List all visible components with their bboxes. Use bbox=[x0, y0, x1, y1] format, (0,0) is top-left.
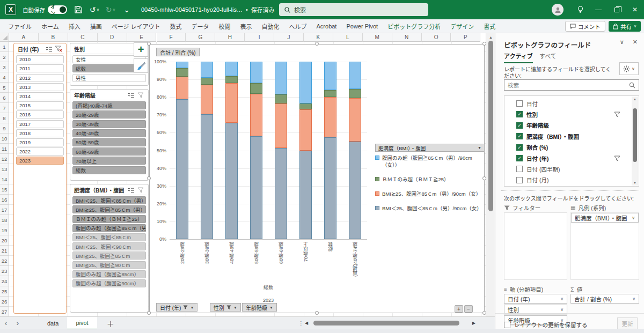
slicer-bmi-waist[interactable]: 肥満度（BMI）・腹囲 BMI＜25、腹囲＜85ｃm（男）…BMI≧25、腹囲≧… bbox=[70, 184, 149, 313]
close-button[interactable]: ✕ bbox=[626, 0, 644, 19]
bar-segment[interactable] bbox=[299, 62, 312, 103]
bar-segment[interactable] bbox=[225, 62, 238, 76]
selection-handle[interactable] bbox=[315, 42, 319, 46]
scroll-up-icon[interactable]: ▲ bbox=[486, 33, 495, 41]
selection-handle[interactable] bbox=[315, 311, 319, 315]
value-field-button[interactable]: 合計 / 割合 (%) bbox=[156, 48, 200, 56]
bar-segment[interactable] bbox=[176, 62, 188, 68]
row-header-8[interactable]: 8 bbox=[0, 113, 9, 123]
bar-segment[interactable] bbox=[275, 94, 287, 103]
multiselect-icon[interactable] bbox=[45, 45, 53, 53]
field-checkbox[interactable]: ✓ bbox=[516, 144, 523, 151]
ribbon-tab-5[interactable]: 数式 bbox=[165, 19, 187, 33]
bar-segment[interactable] bbox=[324, 137, 336, 239]
slicer-item[interactable]: 男性 bbox=[72, 74, 146, 82]
bar-segment[interactable] bbox=[201, 78, 213, 85]
quick-access-menu-icon[interactable]: ⌄ bbox=[122, 5, 131, 14]
row-header-17[interactable]: 17 bbox=[0, 205, 9, 215]
slicer-item[interactable]: 2017 bbox=[16, 120, 64, 128]
pane-chevron-icon[interactable]: ∨ bbox=[620, 39, 624, 46]
legend-field-button[interactable]: 肥満度（BMI）・腹囲▼ bbox=[375, 144, 485, 152]
column-header-F[interactable]: F bbox=[157, 33, 186, 42]
ribbon-tab-10[interactable]: ヘルプ bbox=[284, 19, 312, 33]
column-header-D[interactable]: D bbox=[98, 33, 127, 42]
row-header-3[interactable]: 3 bbox=[0, 62, 9, 72]
slicer-item[interactable]: 2018 bbox=[16, 129, 64, 137]
slicer-item[interactable]: 70歳以上 bbox=[72, 157, 146, 165]
axis-field-button-0[interactable]: 日付 (年)▼ bbox=[156, 303, 197, 312]
bar-segment[interactable] bbox=[250, 136, 262, 239]
row-header-12[interactable]: 12 bbox=[0, 154, 9, 164]
pivot-chart[interactable]: 合計 / 割合 (%) 肥満度（BMI）・腹囲▼ 腹囲のみ超（腹囲≧85ｃm（男… bbox=[149, 44, 485, 313]
ribbon-contextual-tab-0[interactable]: ピボットグラフ分析 bbox=[383, 19, 445, 33]
bar-segment[interactable] bbox=[349, 142, 361, 239]
column-header-G[interactable]: G bbox=[186, 33, 215, 42]
slicer-item[interactable]: BMI≧25、腹囲≧85ｃm bbox=[72, 251, 146, 260]
filter-icon[interactable] bbox=[614, 156, 620, 161]
ribbon-contextual-tab-1[interactable]: デザイン bbox=[445, 19, 479, 33]
field-checkbox[interactable]: ✓ bbox=[516, 111, 523, 117]
chart-style-brush-button[interactable] bbox=[134, 58, 148, 73]
field-checkbox[interactable]: ✓ bbox=[516, 122, 523, 129]
drill-down-button[interactable]: + bbox=[455, 305, 463, 313]
bar-segment[interactable] bbox=[250, 62, 262, 83]
search-input[interactable]: 検索 bbox=[279, 3, 428, 16]
drill-up-button[interactable]: − bbox=[464, 305, 473, 313]
column-header-M[interactable]: M bbox=[363, 33, 392, 42]
defer-layout-checkbox[interactable] bbox=[504, 322, 510, 328]
ribbon-tab-0[interactable]: ファイル bbox=[3, 19, 36, 33]
bar-segment[interactable] bbox=[275, 103, 287, 148]
row-header-25[interactable]: 25 bbox=[0, 286, 9, 297]
selection-handle[interactable] bbox=[482, 311, 486, 315]
bar-segment[interactable] bbox=[324, 62, 336, 90]
selection-handle[interactable] bbox=[482, 176, 486, 180]
filter-icon[interactable] bbox=[614, 112, 620, 117]
field-checkbox[interactable] bbox=[516, 177, 523, 183]
select-all-corner[interactable] bbox=[0, 33, 9, 42]
add-sheet-button[interactable]: ＋ bbox=[107, 318, 114, 329]
bar-segment[interactable] bbox=[299, 109, 312, 150]
legend-item[interactable]: BMI＜25、腹囲＜85ｃm（男）/90cm（女） bbox=[375, 205, 486, 212]
slicer-item[interactable]: 2023 bbox=[16, 157, 64, 165]
row-header-4[interactable]: 4 bbox=[0, 72, 9, 83]
slicer-item[interactable]: 腹囲のみ超（腹囲≧90cm） bbox=[72, 279, 146, 287]
pane-close-icon[interactable]: ✕ bbox=[633, 39, 638, 46]
minimize-button[interactable]: — bbox=[589, 0, 608, 19]
row-header-19[interactable]: 19 bbox=[0, 225, 9, 235]
area-pill[interactable]: 肥満度（BMI）・腹囲∨ bbox=[571, 213, 639, 223]
selection-handle[interactable] bbox=[147, 176, 151, 180]
row-header-23[interactable]: 23 bbox=[0, 266, 9, 276]
slicer-item[interactable]: 2022 bbox=[16, 147, 64, 156]
bar-40歳-49歳[interactable] bbox=[225, 62, 238, 239]
slicer-item[interactable]: 20歳-29歳 bbox=[72, 110, 146, 119]
bar-segment[interactable] bbox=[201, 85, 213, 114]
restore-button[interactable] bbox=[608, 0, 626, 19]
slicer-item[interactable]: BMI＜25、腹囲＜90ｃm bbox=[72, 242, 146, 250]
field-row-7[interactable]: 日付 (月) bbox=[508, 175, 631, 186]
scroll-left-icon[interactable]: ◀ bbox=[305, 321, 308, 325]
scroll-down-icon[interactable]: ▼ bbox=[633, 181, 636, 184]
field-list[interactable]: ▲ ▼ 日付✓性別✓年齢階級✓肥満度（BMI）・腹囲✓割合 (%)✓日付 (年)… bbox=[504, 95, 639, 187]
scroll-up-icon[interactable]: ▲ bbox=[633, 98, 636, 101]
slicer-item[interactable]: (再掲)40歳-74歳 bbox=[72, 101, 146, 109]
bar-30歳-39歳[interactable] bbox=[201, 62, 213, 239]
bar-segment[interactable] bbox=[176, 99, 188, 239]
bar-総数[interactable] bbox=[324, 62, 336, 239]
ribbon-tab-12[interactable]: Power Pivot bbox=[341, 19, 383, 33]
slicer-item[interactable]: 2011 bbox=[16, 64, 64, 72]
row-header-11[interactable]: 11 bbox=[0, 144, 9, 154]
filters-area[interactable] bbox=[504, 212, 567, 280]
bar-segment[interactable] bbox=[225, 123, 238, 239]
row-header-21[interactable]: 21 bbox=[0, 246, 9, 256]
row-header-15[interactable]: 15 bbox=[0, 184, 9, 195]
autosave-toggle[interactable]: 自動保存 オン bbox=[23, 5, 67, 14]
field-row-5[interactable]: ✓日付 (年) bbox=[508, 153, 631, 164]
slicer-date-year[interactable]: 日付 (年) 201020112012201320142015201620172… bbox=[13, 43, 67, 314]
column-header-E[interactable]: E bbox=[127, 33, 157, 42]
scroll-thumb[interactable] bbox=[633, 108, 637, 162]
row-header-6[interactable]: 6 bbox=[0, 93, 9, 103]
row-header-16[interactable]: 16 bbox=[0, 195, 9, 205]
column-header-N[interactable]: N bbox=[392, 33, 422, 42]
row-header-13[interactable]: 13 bbox=[0, 164, 9, 174]
row-header-27[interactable]: 27 bbox=[0, 307, 9, 316]
